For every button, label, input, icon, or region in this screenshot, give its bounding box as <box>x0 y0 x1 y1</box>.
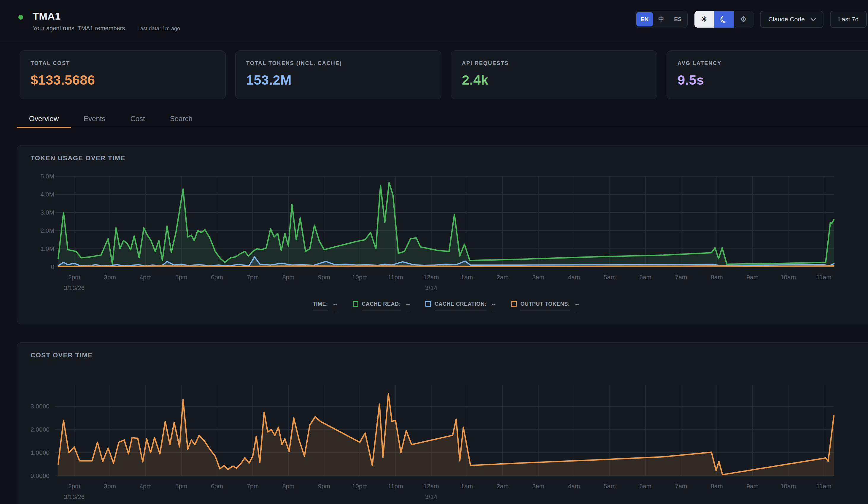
legend-value: -- <box>492 301 496 312</box>
svg-text:7pm: 7pm <box>247 483 259 490</box>
svg-text:8pm: 8pm <box>282 274 294 281</box>
svg-text:8am: 8am <box>711 274 723 281</box>
svg-text:1.0000: 1.0000 <box>31 449 50 456</box>
svg-text:7am: 7am <box>675 483 688 490</box>
svg-text:2am: 2am <box>497 483 509 490</box>
time-range-button[interactable]: Last 7d <box>830 11 867 28</box>
token-usage-chart[interactable]: 2pm3/13/263pm4pm5pm6pm7pm8pm9pm10pm11pm1… <box>17 164 868 292</box>
svg-text:5am: 5am <box>604 274 616 281</box>
svg-text:10pm: 10pm <box>352 483 368 490</box>
svg-text:3.0000: 3.0000 <box>31 403 50 410</box>
svg-text:3/13/26: 3/13/26 <box>64 284 84 291</box>
svg-text:3pm: 3pm <box>104 274 116 281</box>
dashboard-page: TMA1 Your agent runs. TMA1 remembers. La… <box>0 0 868 504</box>
output-tokens-swatch-icon <box>511 301 517 306</box>
svg-text:7am: 7am <box>675 274 688 281</box>
svg-text:0.0000: 0.0000 <box>31 472 50 479</box>
stat-value: $133.5686 <box>31 72 215 88</box>
svg-text:4pm: 4pm <box>140 483 152 490</box>
token-usage-chart-title: TOKEN USAGE OVER TIME <box>31 154 868 162</box>
svg-text:3pm: 3pm <box>104 483 116 490</box>
svg-text:3am: 3am <box>532 483 544 490</box>
stat-label: API REQUESTS <box>462 60 646 67</box>
svg-text:10am: 10am <box>781 483 796 490</box>
model-select-value: Claude Code <box>768 16 805 23</box>
page-subtitle: Your agent runs. TMA1 remembers. <box>33 25 127 32</box>
svg-text:5pm: 5pm <box>175 274 187 281</box>
svg-text:1am: 1am <box>461 483 473 490</box>
svg-text:11pm: 11pm <box>388 483 403 490</box>
legend-item-cache-creation: CACHE CREATION: -- <box>425 301 496 312</box>
legend-value: -- <box>406 301 410 312</box>
svg-text:12am: 12am <box>423 483 439 490</box>
legend-label: OUTPUT TOKENS: <box>520 301 570 311</box>
stat-card-total-cost: TOTAL COST $133.5686 <box>20 50 226 99</box>
svg-text:12am: 12am <box>423 274 439 281</box>
stats-row: TOTAL COST $133.5686 TOTAL TOKENS (INCL.… <box>0 50 868 99</box>
svg-text:9am: 9am <box>746 274 758 281</box>
token-usage-chart-card: TOKEN USAGE OVER TIME 2pm3/13/263pm4pm5p… <box>17 145 868 324</box>
legend-item-output-tokens: OUTPUT TOKENS: -- <box>511 301 579 312</box>
stat-value: 153.2M <box>246 72 431 88</box>
svg-text:3/14: 3/14 <box>425 493 437 500</box>
svg-text:4am: 4am <box>568 274 580 281</box>
svg-text:11am: 11am <box>816 483 831 490</box>
svg-text:9pm: 9pm <box>318 483 330 490</box>
svg-text:5pm: 5pm <box>175 483 187 490</box>
lang-option-en[interactable]: EN <box>636 12 653 27</box>
header: TMA1 Your agent runs. TMA1 remembers. La… <box>0 0 868 42</box>
cache-read-swatch-icon <box>353 301 358 306</box>
stat-card-api-requests: API REQUESTS 2.4k <box>451 50 657 99</box>
svg-text:4pm: 4pm <box>140 274 152 281</box>
tabs: Overview Events Cost Search <box>17 110 868 128</box>
theme-system-button[interactable]: ⚙ <box>734 11 753 28</box>
language-switcher: EN 中 ES <box>635 11 688 28</box>
stat-label: TOTAL TOKENS (INCL. CACHE) <box>246 60 431 67</box>
legend-item-cache-read: CACHE READ: -- <box>353 301 410 312</box>
svg-text:6pm: 6pm <box>211 274 223 281</box>
theme-light-button[interactable]: ☀ <box>694 11 714 28</box>
stat-label: AVG LATENCY <box>678 60 862 67</box>
tab-cost[interactable]: Cost <box>118 110 157 128</box>
legend-label: CACHE READ: <box>362 301 401 311</box>
lang-option-zh[interactable]: 中 <box>653 12 670 27</box>
legend-item-time: TIME: -- <box>313 301 337 312</box>
svg-text:6am: 6am <box>639 274 651 281</box>
cost-chart-card: COST OVER TIME 2pm3/13/263pm4pm5pm6pm7pm… <box>17 342 868 504</box>
tab-search[interactable]: Search <box>157 110 205 128</box>
lang-option-es[interactable]: ES <box>670 12 686 27</box>
legend-value: -- <box>575 301 579 312</box>
legend-label: TIME: <box>313 301 328 311</box>
svg-text:1am: 1am <box>461 274 473 281</box>
chevron-down-icon <box>810 16 816 21</box>
svg-text:3am: 3am <box>532 274 544 281</box>
svg-text:10am: 10am <box>781 274 796 281</box>
token-chart-legend: TIME: -- CACHE READ: -- CACHE CREATION: … <box>17 301 868 312</box>
svg-text:3/14: 3/14 <box>425 284 437 291</box>
svg-text:2am: 2am <box>497 274 509 281</box>
time-range-label: Last 7d <box>838 16 859 23</box>
tab-overview[interactable]: Overview <box>17 110 71 128</box>
svg-text:4am: 4am <box>568 483 580 490</box>
svg-text:5.0M: 5.0M <box>40 173 54 180</box>
last-data-timestamp: Last data: 1m ago <box>137 26 180 32</box>
theme-switcher: ☀ ☾ ⚙ <box>694 11 754 28</box>
cost-chart-title: COST OVER TIME <box>31 351 868 359</box>
title-block: TMA1 Your agent runs. TMA1 remembers. La… <box>33 10 180 32</box>
theme-dark-button[interactable]: ☾ <box>714 11 734 28</box>
status-dot <box>18 15 23 20</box>
svg-text:11am: 11am <box>816 274 831 281</box>
cost-chart[interactable]: 2pm3/13/263pm4pm5pm6pm7pm8pm9pm10pm11pm1… <box>17 373 868 503</box>
svg-text:2.0M: 2.0M <box>40 227 54 234</box>
stat-label: TOTAL COST <box>31 60 215 67</box>
moon-icon: ☾ <box>718 13 730 26</box>
svg-text:2pm: 2pm <box>68 483 80 490</box>
svg-text:3.0M: 3.0M <box>40 209 54 216</box>
model-select[interactable]: Claude Code <box>760 11 824 28</box>
svg-text:2.0000: 2.0000 <box>31 426 50 433</box>
svg-text:3/13/26: 3/13/26 <box>64 493 84 500</box>
stat-card-total-tokens: TOTAL TOKENS (INCL. CACHE) 153.2M <box>235 50 442 99</box>
svg-text:1.0M: 1.0M <box>40 245 54 252</box>
tab-events[interactable]: Events <box>71 110 118 128</box>
header-controls: EN 中 ES ☀ ☾ ⚙ Claude Code Last 7d <box>635 11 867 28</box>
